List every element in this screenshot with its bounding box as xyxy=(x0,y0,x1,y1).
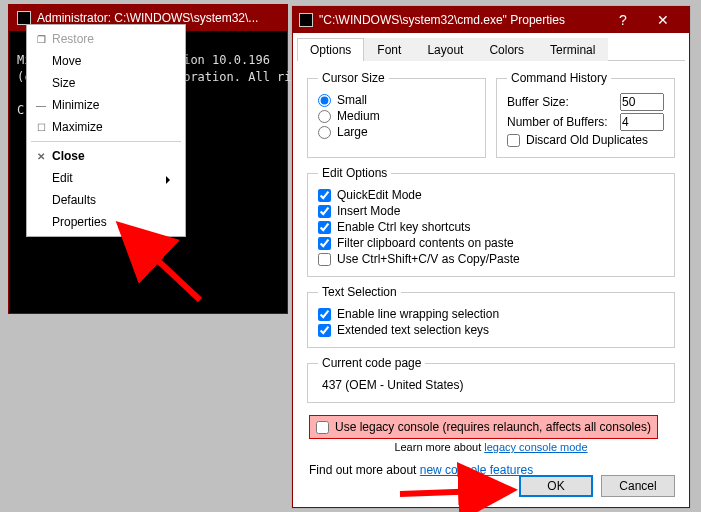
cursor-small-label: Small xyxy=(337,93,367,107)
tab-options-label: Options xyxy=(310,43,351,57)
cursor-size-legend: Cursor Size xyxy=(318,71,389,85)
num-buffers-input[interactable] xyxy=(620,113,664,131)
cmd-title-text: Administrator: C:\WINDOWS\system32\... xyxy=(37,11,258,25)
ctx-edit-label: Edit xyxy=(52,171,73,185)
findout-pre: Find out more about xyxy=(309,463,420,477)
tab-colors-label: Colors xyxy=(489,43,524,57)
buffer-size-input[interactable] xyxy=(620,93,664,111)
cursor-size-group: Cursor Size Small Medium Large xyxy=(307,71,486,158)
cursor-small-radio[interactable] xyxy=(318,94,331,107)
ctx-defaults-label: Defaults xyxy=(52,193,96,207)
extended-keys-label: Extended text selection keys xyxy=(337,323,489,337)
num-buffers-label: Number of Buffers: xyxy=(507,115,620,129)
tab-bar: Options Font Layout Colors Terminal xyxy=(297,37,685,61)
ctx-maximize-label: Maximize xyxy=(52,120,103,134)
maximize-icon: ☐ xyxy=(34,122,48,133)
insert-label: Insert Mode xyxy=(337,204,400,218)
filter-clipboard-checkbox[interactable] xyxy=(318,237,331,250)
insert-checkbox[interactable] xyxy=(318,205,331,218)
ctx-restore-label: Restore xyxy=(52,32,94,46)
tab-terminal[interactable]: Terminal xyxy=(537,38,608,61)
submenu-arrow-icon xyxy=(166,173,174,187)
line-wrap-checkbox[interactable] xyxy=(318,308,331,321)
dialog-title-text: "C:\WINDOWS\system32\cmd.exe" Properties xyxy=(319,13,565,27)
quickedit-checkbox[interactable] xyxy=(318,189,331,202)
ctx-restore: ❐ Restore xyxy=(30,28,182,50)
minimize-icon: — xyxy=(34,100,48,111)
legacy-learn-link[interactable]: legacy console mode xyxy=(484,441,587,453)
ctx-minimize[interactable]: — Minimize xyxy=(30,94,182,116)
tab-font-label: Font xyxy=(377,43,401,57)
command-history-group: Command History Buffer Size: Number of B… xyxy=(496,71,675,158)
properties-dialog: "C:\WINDOWS\system32\cmd.exe" Properties… xyxy=(292,6,690,508)
options-pane: Cursor Size Small Medium Large Command H… xyxy=(293,61,689,487)
tab-colors[interactable]: Colors xyxy=(476,38,537,61)
tab-terminal-label: Terminal xyxy=(550,43,595,57)
findout-link[interactable]: new console features xyxy=(420,463,533,477)
legacy-console-checkbox[interactable] xyxy=(316,421,329,434)
edit-options-group: Edit Options QuickEdit Mode Insert Mode … xyxy=(307,166,675,277)
tab-layout[interactable]: Layout xyxy=(414,38,476,61)
codepage-value: 437 (OEM - United States) xyxy=(318,376,664,394)
system-context-menu: ❐ Restore Move Size — Minimize ☐ Maximiz… xyxy=(26,24,186,237)
ctx-edit[interactable]: Edit xyxy=(30,167,182,189)
ctx-close[interactable]: ✕ Close xyxy=(30,145,182,167)
ok-label: OK xyxy=(547,479,564,493)
ctx-close-label: Close xyxy=(52,149,85,163)
ctx-properties[interactable]: Properties xyxy=(30,211,182,233)
ctx-move[interactable]: Move xyxy=(30,50,182,72)
edit-options-legend: Edit Options xyxy=(318,166,391,180)
ctx-defaults[interactable]: Defaults xyxy=(30,189,182,211)
tab-font[interactable]: Font xyxy=(364,38,414,61)
quickedit-label: QuickEdit Mode xyxy=(337,188,422,202)
ctx-size-label: Size xyxy=(52,76,75,90)
dialog-icon xyxy=(299,13,313,27)
codepage-group: Current code page 437 (OEM - United Stat… xyxy=(307,356,675,403)
cmd-icon xyxy=(17,11,31,25)
ctrl-shortcuts-label: Enable Ctrl key shortcuts xyxy=(337,220,470,234)
help-button[interactable]: ? xyxy=(603,7,643,33)
discard-duplicates-checkbox[interactable] xyxy=(507,134,520,147)
cursor-large-radio[interactable] xyxy=(318,126,331,139)
history-legend: Command History xyxy=(507,71,611,85)
ctx-size[interactable]: Size xyxy=(30,72,182,94)
close-icon: ✕ xyxy=(34,151,48,162)
cancel-button[interactable]: Cancel xyxy=(601,475,675,497)
tab-options[interactable]: Options xyxy=(297,38,364,61)
text-selection-group: Text Selection Enable line wrapping sele… xyxy=(307,285,675,348)
ctx-minimize-label: Minimize xyxy=(52,98,99,112)
ctrlshift-label: Use Ctrl+Shift+C/V as Copy/Paste xyxy=(337,252,520,266)
cursor-medium-label: Medium xyxy=(337,109,380,123)
legacy-console-label: Use legacy console (requires relaunch, a… xyxy=(335,420,651,434)
dialog-buttons: OK Cancel xyxy=(519,475,675,497)
legacy-learn-pre: Learn more about xyxy=(394,441,484,453)
tab-layout-label: Layout xyxy=(427,43,463,57)
restore-icon: ❐ xyxy=(34,34,48,45)
cursor-large-label: Large xyxy=(337,125,368,139)
cancel-label: Cancel xyxy=(619,479,656,493)
filter-clipboard-label: Filter clipboard contents on paste xyxy=(337,236,514,250)
text-selection-legend: Text Selection xyxy=(318,285,401,299)
ctx-separator xyxy=(31,141,181,142)
line-wrap-label: Enable line wrapping selection xyxy=(337,307,499,321)
legacy-console-section: Use legacy console (requires relaunch, a… xyxy=(307,411,675,457)
codepage-legend: Current code page xyxy=(318,356,425,370)
ctrl-shortcuts-checkbox[interactable] xyxy=(318,221,331,234)
ok-button[interactable]: OK xyxy=(519,475,593,497)
ctx-properties-label: Properties xyxy=(52,215,107,229)
buffer-size-label: Buffer Size: xyxy=(507,95,620,109)
close-button[interactable]: ✕ xyxy=(643,7,683,33)
discard-duplicates-label: Discard Old Duplicates xyxy=(526,133,648,147)
dialog-titlebar[interactable]: "C:\WINDOWS\system32\cmd.exe" Properties… xyxy=(293,7,689,33)
ctrlshift-checkbox[interactable] xyxy=(318,253,331,266)
legacy-learn-more: Learn more about legacy console mode xyxy=(309,441,673,453)
extended-keys-checkbox[interactable] xyxy=(318,324,331,337)
cursor-medium-radio[interactable] xyxy=(318,110,331,123)
ctx-maximize[interactable]: ☐ Maximize xyxy=(30,116,182,138)
ctx-move-label: Move xyxy=(52,54,81,68)
